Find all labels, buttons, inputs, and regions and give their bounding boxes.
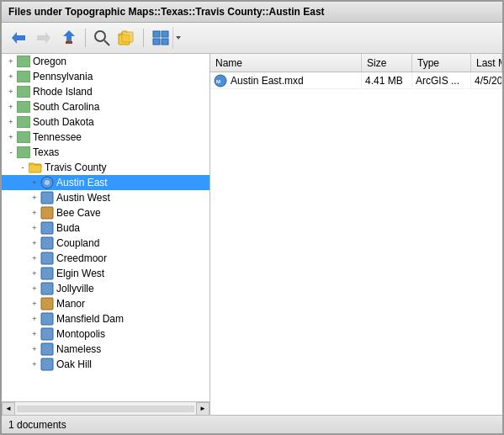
expand-buda[interactable]: +	[29, 222, 40, 234]
tree-label: Manor	[56, 298, 85, 310]
tree-label: Oak Hill	[56, 358, 92, 370]
expand-bee-cave[interactable]: +	[29, 207, 40, 219]
mxd-file-icon: M	[214, 74, 227, 88]
expand-montopolis[interactable]: +	[29, 328, 40, 340]
tree-item-austin-east[interactable]: + Austin East	[2, 175, 210, 190]
expand-travis-county[interactable]: -	[17, 162, 29, 173]
tree-label: South Dakota	[33, 116, 94, 128]
tree-label: Bee Cave	[56, 207, 101, 219]
tree-item-oregon[interactable]: + Oregon	[2, 54, 210, 69]
back-button[interactable]	[7, 27, 30, 49]
file-list[interactable]: M Austin East.mxd 4.41 MB ArcGIS ... 4/5…	[210, 72, 502, 415]
state-icon	[17, 146, 30, 159]
tree-label: Texas	[33, 146, 59, 158]
views-dropdown-arrow[interactable]	[172, 27, 183, 49]
expand-creedmoor[interactable]: +	[29, 252, 40, 264]
map-icon	[40, 252, 54, 265]
svg-rect-7	[122, 32, 133, 42]
svg-point-22	[45, 180, 50, 185]
expand-pennsylvania[interactable]: +	[5, 71, 17, 82]
tree-label: Rhode Island	[33, 86, 93, 98]
col-header-size[interactable]: Size	[362, 54, 412, 72]
tree-item-buda[interactable]: + Buda	[2, 220, 210, 236]
col-header-modified[interactable]: Last M...	[471, 54, 502, 72]
folders-button[interactable]	[115, 27, 139, 49]
tree-item-elgin-west[interactable]: + Elgin West	[2, 266, 210, 281]
svg-marker-0	[12, 32, 25, 44]
expand-tennessee[interactable]: +	[5, 131, 17, 143]
main-window: Files under Topographic Maps::Texas::Tra…	[0, 0, 504, 435]
svg-rect-14	[17, 71, 30, 82]
tree-label: Tennessee	[33, 131, 82, 143]
map-icon	[40, 176, 54, 189]
content-area: + Oregon + Penns	[2, 54, 502, 415]
scroll-track[interactable]	[17, 406, 194, 412]
tree-scroll[interactable]: + Oregon + Penns	[2, 54, 210, 401]
expand-south-dakota[interactable]: +	[5, 116, 17, 128]
expand-austin-west[interactable]: +	[29, 192, 40, 204]
expand-jollyville[interactable]: +	[29, 283, 40, 294]
up-button[interactable]	[57, 27, 81, 49]
expand-coupland[interactable]: +	[29, 237, 40, 249]
tree-item-south-dakota[interactable]: + South Dakota	[2, 114, 210, 130]
tree-item-jollyville[interactable]: + Jollyville	[2, 281, 210, 296]
state-icon	[17, 130, 30, 144]
forward-button[interactable]	[32, 27, 56, 49]
svg-rect-24	[41, 207, 53, 219]
scroll-right-btn[interactable]: ►	[196, 402, 210, 416]
tree-item-coupland[interactable]: + Coupland	[2, 236, 210, 251]
file-list-header: Name Size Type Last M...	[210, 54, 502, 72]
svg-rect-10	[153, 39, 160, 45]
state-icon	[17, 85, 30, 98]
map-icon	[40, 342, 54, 356]
col-header-name[interactable]: Name	[210, 54, 362, 72]
tree-label: Austin East	[56, 177, 108, 188]
tree-item-nameless[interactable]: + Nameless	[2, 342, 210, 357]
expand-mansfield-dam[interactable]: +	[29, 313, 40, 325]
expand-nameless[interactable]: +	[29, 343, 40, 355]
folders-icon	[118, 29, 136, 46]
tree-item-bee-cave[interactable]: + Bee Cave	[2, 205, 210, 220]
tree-label: Elgin West	[56, 268, 104, 279]
expand-oak-hill[interactable]: +	[29, 358, 40, 370]
tree-item-mansfield-dam[interactable]: + Mansfield Dam	[2, 311, 210, 326]
map-icon	[40, 297, 54, 310]
tree-item-montopolis[interactable]: + Montopolis	[2, 326, 210, 342]
up-icon	[61, 29, 77, 47]
state-icon	[17, 55, 30, 68]
file-row[interactable]: M Austin East.mxd 4.41 MB ArcGIS ... 4/5…	[210, 72, 502, 89]
tree-label: Montopolis	[56, 328, 105, 340]
tree-label: Nameless	[56, 343, 101, 355]
expand-rhode-island[interactable]: +	[5, 86, 17, 98]
title-bar: Files under Topographic Maps::Texas::Tra…	[2, 2, 502, 23]
svg-rect-8	[153, 31, 160, 37]
svg-rect-9	[162, 31, 168, 37]
scroll-left-btn[interactable]: ◄	[2, 402, 15, 416]
tree-item-oak-hill[interactable]: + Oak Hill	[2, 357, 210, 372]
expand-elgin-west[interactable]: +	[29, 268, 40, 279]
svg-rect-15	[17, 86, 30, 98]
search-button[interactable]	[90, 27, 114, 49]
views-button[interactable]	[148, 26, 183, 50]
expand-south-carolina[interactable]: +	[5, 101, 17, 113]
tree-h-scrollbar[interactable]: ◄ ►	[2, 401, 210, 415]
tree-label: South Carolina	[33, 101, 99, 113]
expand-oregon[interactable]: +	[5, 56, 17, 67]
tree-item-tennessee[interactable]: + Tennessee	[2, 130, 210, 145]
tree-item-south-carolina[interactable]: + South Carolina	[2, 99, 210, 114]
tree-item-manor[interactable]: + Manor	[2, 296, 210, 311]
tree-label: Travis County	[45, 162, 107, 173]
tree-item-pennsylvania[interactable]: + Pennsylvania	[2, 69, 210, 84]
svg-rect-17	[17, 116, 30, 128]
svg-marker-1	[37, 32, 50, 44]
tree-item-rhode-island[interactable]: + Rhode Island	[2, 84, 210, 99]
tree-item-austin-west[interactable]: + Austin West	[2, 190, 210, 205]
tree-item-texas[interactable]: - Texas	[2, 145, 210, 160]
tree-item-creedmoor[interactable]: + Creedmoor	[2, 251, 210, 266]
expand-texas[interactable]: -	[5, 146, 17, 158]
col-header-type[interactable]: Type	[412, 54, 471, 72]
tree-item-travis-county[interactable]: - Travis County	[2, 160, 210, 175]
expand-austin-east[interactable]: +	[29, 177, 40, 188]
expand-manor[interactable]: +	[29, 298, 40, 310]
back-icon	[10, 30, 27, 45]
